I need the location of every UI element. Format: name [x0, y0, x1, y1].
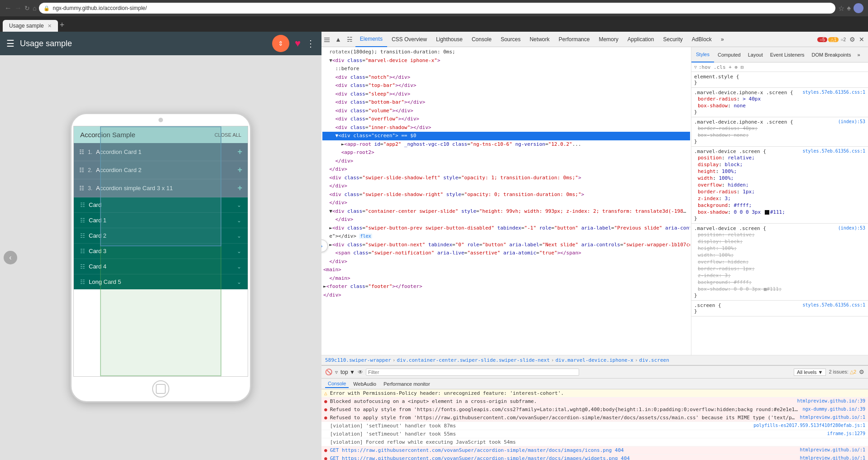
html-line[interactable]: <span class="swiper-notification" aria-l… — [322, 249, 690, 258]
device-toggle[interactable]: ☵ — [344, 35, 355, 44]
html-line[interactable]: </div> — [322, 258, 690, 266]
console-link-3[interactable]: htmlpreview.github.io/:1 — [800, 415, 866, 420]
console-link[interactable]: htmlpreview.github.io/:39 — [797, 398, 865, 403]
html-line[interactable]: e"></div> flex — [322, 232, 690, 241]
html-line[interactable]: </div> — [322, 216, 690, 224]
console-link-5[interactable]: iframe.js:1279 — [827, 431, 865, 436]
new-tab-button[interactable]: + — [60, 20, 65, 32]
html-line[interactable]: <div class="swiper-slide-shadow-left" st… — [322, 174, 690, 182]
tab-network[interactable]: Network — [525, 32, 554, 47]
console-eye-icon[interactable]: 👁 — [358, 369, 363, 375]
style-source-3[interactable]: styles.57eb.61356.css:1 — [803, 149, 865, 154]
html-line-highlighted[interactable]: ▼<div class="screen"> == $0 — [322, 132, 690, 140]
console-tab[interactable]: Console — [325, 380, 349, 388]
tab-css-overview[interactable]: CSS Overview — [387, 32, 432, 47]
bookmark-button[interactable]: ☆ — [838, 4, 844, 13]
html-line[interactable]: </div> — [322, 291, 690, 300]
breadcrumb-item-1[interactable]: 589c110.swiper-wrapper — [325, 357, 391, 363]
html-line[interactable]: </div> — [322, 157, 690, 166]
html-line[interactable]: ►<app-root id="app2" _nghost-vgc-c10 cla… — [322, 140, 690, 149]
close-devtools-icon[interactable]: ✕ — [857, 35, 866, 44]
accordion-item-1[interactable]: ☷ 1. Accordion Card 1 + — [74, 143, 248, 161]
console-settings-icon[interactable]: ⚙ — [859, 369, 864, 375]
acc-exp-item-1[interactable]: ☷ Card 1 ⌄ — [74, 213, 248, 228]
phone-home-button[interactable] — [152, 380, 169, 398]
html-line[interactable]: <div class="overflow"></div> — [322, 115, 690, 124]
html-line[interactable]: ►<footer class="footer"></footer> — [322, 283, 690, 291]
style-source-1[interactable]: styles.57eb.61356.css:1 — [803, 90, 865, 96]
close-all-button[interactable]: CLOSE ALL — [215, 132, 241, 138]
html-line[interactable]: rotatex(180deg); transition-duration: 0m… — [322, 48, 690, 57]
tab-dom-breakpoints[interactable]: DOM Breakpoints — [808, 47, 855, 62]
accordion-item-3[interactable]: ☷ 3. Accordion simple Card 3 x 11 + — [74, 179, 248, 197]
tab-security[interactable]: Security — [658, 32, 687, 47]
all-levels-select[interactable]: All levels ▼ — [794, 369, 826, 376]
html-line[interactable]: </div> — [322, 182, 690, 191]
html-line[interactable]: </div> — [322, 199, 690, 207]
console-link-4[interactable]: polyfills-es2017.959.513f410f280efab.js:… — [753, 423, 865, 428]
console-link-6[interactable]: htmlpreview.github.io/:1 — [800, 447, 866, 452]
forward-button[interactable]: → — [14, 4, 22, 12]
tab-more-right[interactable]: » — [854, 50, 863, 59]
extensions-button[interactable]: ♠ — [847, 4, 851, 12]
breadcrumb-item-4[interactable]: div.screen — [639, 357, 669, 363]
acc-exp-item-2[interactable]: ☷ Card 2 ⌄ — [74, 228, 248, 244]
html-line[interactable]: <app-root2> — [322, 149, 690, 157]
style-source-4[interactable]: (index):53 — [838, 225, 865, 231]
console-top-select[interactable]: top ▼ — [340, 369, 355, 375]
html-line[interactable]: </main> — [322, 274, 690, 283]
tab-console[interactable]: Console — [467, 32, 496, 47]
html-line[interactable]: <div class="volume"></div> — [322, 107, 690, 115]
tab-performance[interactable]: Performance — [554, 32, 595, 47]
address-bar[interactable]: 🔒 ngx-dummy.github.io/accordion-simple/ — [39, 3, 835, 14]
tab-styles[interactable]: Styles — [691, 47, 714, 62]
tab-lighthouse[interactable]: Lighthouse — [432, 32, 467, 47]
html-line[interactable]: <div class="sleep"></div> — [322, 90, 690, 99]
html-line[interactable]: <main> — [322, 266, 690, 274]
hamburger-icon[interactable]: ☰ — [6, 38, 14, 49]
html-line[interactable]: ▼<div class="marvel-device iphone-x"> — [322, 57, 690, 65]
home-button[interactable]: ⌂ — [33, 5, 36, 12]
html-line[interactable]: ►<div class="swiper-button-next" tabinde… — [322, 241, 690, 249]
breadcrumb-item-2[interactable]: div.container-center.swiper-slide.swiper… — [397, 357, 550, 363]
html-line[interactable]: ▼<div class="container-center swiper-sli… — [322, 207, 690, 216]
html-line[interactable]: <div class="notch"></div> — [322, 73, 690, 82]
acc-item-btn-1[interactable]: + — [237, 147, 242, 157]
style-source-5[interactable]: styles.57eb.61356.css:1 — [803, 302, 865, 308]
tab-close-icon[interactable]: ✕ — [48, 23, 52, 29]
tab-adblock[interactable]: AdBlock — [687, 32, 716, 47]
html-line[interactable]: ►<div class="swiper-button-prev swiper-b… — [322, 224, 690, 233]
console-filter-input[interactable] — [366, 369, 580, 376]
acc-item-btn-3[interactable]: + — [237, 183, 242, 193]
accordion-item-2[interactable]: ☷ 2. Accordion Card 2 + — [74, 161, 248, 179]
share-button[interactable]: ⇕ — [272, 35, 289, 52]
tab-more[interactable]: » — [716, 32, 729, 47]
console-link-2[interactable]: ngx-dummy.github.io/:39 — [803, 407, 865, 412]
console-no-entry-icon[interactable]: 🚫 — [325, 369, 332, 375]
acc-item-btn-2[interactable]: + — [237, 165, 242, 175]
acc-exp-item-4[interactable]: ☷ Card 4 ⌄ — [74, 259, 248, 274]
more-icon[interactable]: ⋮ — [306, 38, 315, 49]
html-line[interactable]: ::before — [322, 65, 690, 73]
acc-exp-item-5[interactable]: ☷ Long Card 5 ⌄ — [74, 274, 248, 289]
html-line[interactable]: <div class="top-bar"></div> — [322, 81, 690, 90]
html-line[interactable]: <div class="swiper-slide-shadow-right" s… — [322, 191, 690, 199]
console-link-7[interactable]: htmlpreview.github.io/:1 — [800, 455, 866, 460]
settings-icon[interactable]: ⚙ — [848, 35, 857, 44]
tab-computed[interactable]: Computed — [714, 47, 744, 62]
tab-layout[interactable]: Layout — [744, 47, 767, 62]
acc-exp-item-3[interactable]: ☷ Card 3 ⌄ — [74, 244, 248, 259]
tab-application[interactable]: Application — [623, 32, 659, 47]
html-line[interactable]: </div> — [322, 165, 690, 174]
left-nav-arrow[interactable]: ‹ — [4, 251, 17, 264]
tab-elements[interactable]: Elements — [355, 32, 387, 47]
styles-filter-input[interactable] — [699, 64, 865, 70]
console-filter-icon[interactable]: ▿ — [335, 369, 338, 375]
webaudio-tab[interactable]: WebAudio — [350, 380, 379, 388]
heart-icon[interactable]: ♥ — [295, 38, 301, 49]
html-line[interactable]: <div class="bottom-bar"></div> — [322, 98, 690, 107]
tab-sources[interactable]: Sources — [496, 32, 525, 47]
reload-button[interactable]: ↻ — [24, 5, 30, 12]
inspect-toggle[interactable]: ▲ — [332, 35, 344, 44]
perf-monitor-tab[interactable]: Performance monitor — [381, 380, 433, 388]
